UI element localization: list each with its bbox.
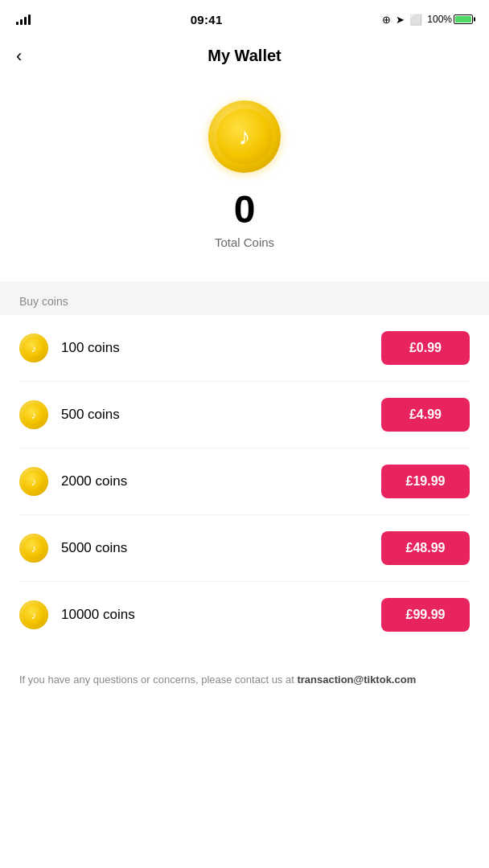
status-bar: 09:41 ⊕ ➤ ⬜ 100%: [0, 0, 489, 35]
page-title: My Wallet: [208, 47, 281, 65]
battery-percent: 100%: [427, 14, 452, 25]
coin-icon-4: ♪: [19, 534, 48, 563]
coin-item-5: ♪ 10000 coins £99.99: [19, 582, 470, 648]
footer-text: If you have any questions or concerns, p…: [19, 672, 470, 689]
hero-section: ♪ 0 Total Coins: [0, 76, 489, 281]
coin-icon-inner-1: ♪: [23, 337, 45, 359]
buy-button-2[interactable]: £4.99: [381, 398, 470, 432]
coin-item-left-2: ♪ 500 coins: [19, 400, 120, 429]
status-time: 09:41: [191, 13, 223, 27]
coin-item-name-3: 2000 coins: [61, 473, 127, 489]
navigation-icon: ➤: [396, 14, 405, 26]
coin-icon-inner-3: ♪: [23, 470, 45, 493]
battery-icon: [454, 14, 473, 24]
back-button[interactable]: ‹: [16, 47, 22, 65]
coin-item-name-1: 100 coins: [61, 340, 120, 356]
coin-logo-inner: ♪: [216, 108, 273, 165]
coin-icon-5: ♪: [19, 600, 48, 629]
coin-item-name-2: 500 coins: [61, 407, 120, 423]
status-right: ⊕ ➤ ⬜ 100%: [382, 14, 473, 26]
coin-label: Total Coins: [215, 235, 274, 249]
coin-item-3: ♪ 2000 coins £19.99: [19, 448, 470, 515]
coin-item-4: ♪ 5000 coins £48.99: [19, 515, 470, 582]
buy-button-3[interactable]: £19.99: [381, 465, 470, 498]
footer-text-pre: If you have any questions or concerns, p…: [19, 674, 297, 686]
tiktok-note-icon-1: ♪: [31, 342, 37, 354]
screen-icon: ⬜: [409, 14, 422, 26]
coin-icon-inner-2: ♪: [23, 403, 45, 426]
coin-item-left-3: ♪ 2000 coins: [19, 467, 127, 496]
coin-list: ♪ 100 coins £0.99 ♪ 500 coins £4.99 ♪ 20: [0, 315, 489, 648]
tiktok-logo-icon: ♪: [239, 123, 251, 150]
coin-item-name-5: 10000 coins: [61, 607, 135, 623]
signal-icon: [16, 14, 31, 25]
coin-item-left-5: ♪ 10000 coins: [19, 600, 135, 629]
battery-container: 100%: [427, 14, 473, 25]
tiktok-note-icon-3: ♪: [31, 476, 37, 488]
buy-section-title: Buy coins: [19, 295, 68, 308]
buy-section-header: Buy coins: [0, 281, 489, 315]
tiktok-note-icon-4: ♪: [31, 542, 37, 555]
tiktok-note-icon-5: ♪: [31, 609, 37, 621]
coin-item-left-1: ♪ 100 coins: [19, 334, 120, 362]
header: ‹ My Wallet: [0, 35, 489, 76]
coin-icon-inner-5: ♪: [23, 604, 45, 626]
coin-item-name-4: 5000 coins: [61, 540, 127, 556]
footer-note: If you have any questions or concerns, p…: [0, 648, 489, 713]
status-left: [16, 14, 31, 25]
coin-icon-2: ♪: [19, 400, 48, 429]
coin-count: 0: [234, 190, 256, 229]
location-icon: ⊕: [382, 14, 391, 26]
buy-button-4[interactable]: £48.99: [381, 531, 470, 565]
coin-item-1: ♪ 100 coins £0.99: [19, 315, 470, 382]
coin-icon-inner-4: ♪: [23, 537, 45, 559]
coin-icon-1: ♪: [19, 334, 48, 362]
buy-button-1[interactable]: £0.99: [381, 331, 470, 365]
tiktok-coin-logo: ♪: [208, 100, 281, 173]
coin-item-2: ♪ 500 coins £4.99: [19, 382, 470, 448]
tiktok-note-icon-2: ♪: [31, 409, 37, 421]
coin-item-left-4: ♪ 5000 coins: [19, 534, 127, 563]
coin-icon-3: ♪: [19, 467, 48, 496]
footer-email[interactable]: transaction@tiktok.com: [297, 674, 416, 686]
buy-button-5[interactable]: £99.99: [381, 598, 470, 632]
